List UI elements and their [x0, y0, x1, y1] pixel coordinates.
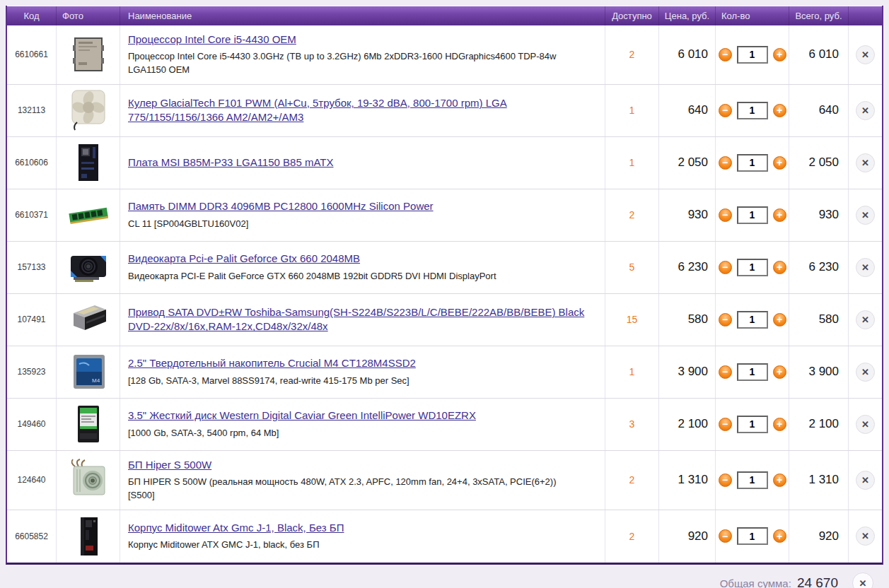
item-qty-cell: − + [716, 189, 789, 241]
item-price: 2 050 [659, 137, 716, 189]
qty-increase-button[interactable]: + [773, 418, 786, 431]
remove-item-button[interactable]: ✕ [856, 45, 875, 64]
product-photo-cooler[interactable] [65, 88, 112, 133]
remove-item-button[interactable]: ✕ [856, 527, 875, 546]
quantity-input[interactable] [737, 46, 768, 64]
qty-decrease-button[interactable]: − [719, 208, 732, 222]
quantity-input[interactable] [737, 206, 768, 224]
qty-decrease-button[interactable]: − [719, 418, 732, 431]
item-title-link[interactable]: Кулер GlacialTech F101 PWM (Al+Cu, 5труб… [128, 96, 585, 125]
item-code: 6610661 [7, 25, 57, 84]
quantity-input[interactable] [737, 416, 768, 433]
total-label: Общая сумма: [720, 577, 791, 588]
item-title-link[interactable]: Видеокарта Pci-e Palit Geforce Gtx 660 2… [128, 252, 360, 266]
cart-item-row: 135923 M4 2.5" Твердотельный накопитель … [7, 346, 882, 399]
clear-cart-button[interactable]: ✕ [852, 572, 873, 588]
remove-item-button[interactable]: ✕ [856, 206, 875, 225]
item-remove-cell: ✕ [849, 189, 882, 241]
column-header-photo: Фото [57, 6, 120, 25]
item-title-link[interactable]: Корпус Miditower Atx Gmc J-1, Black, Без… [128, 521, 344, 535]
item-total: 2 100 [789, 399, 849, 450]
item-code: 149460 [7, 399, 57, 450]
cart-item-row: 132113 Кулер GlacialTech F101 PWM (Al+Cu… [7, 85, 882, 137]
item-title-link[interactable]: 3.5" Жесткий диск Western Digital Caviar… [128, 408, 476, 423]
qty-increase-button[interactable]: + [773, 48, 786, 61]
product-photo-dvd[interactable] [65, 297, 112, 342]
item-name-cell: Корпус Miditower Atx Gmc J-1, Black, Без… [120, 510, 605, 563]
table-header-row: Код Фото Наименование Доступно Цена, руб… [7, 6, 882, 25]
qty-increase-button[interactable]: + [773, 104, 786, 117]
remove-item-button[interactable]: ✕ [856, 471, 875, 490]
quantity-input[interactable] [737, 363, 768, 381]
item-available: 2 [605, 189, 659, 241]
item-available: 1 [605, 85, 659, 136]
item-photo-cell [57, 399, 120, 450]
qty-increase-button[interactable]: + [773, 529, 786, 543]
qty-decrease-button[interactable]: − [719, 156, 732, 170]
item-available: 2 [605, 510, 659, 563]
remove-item-button[interactable]: ✕ [856, 363, 875, 382]
item-remove-cell: ✕ [849, 294, 882, 346]
item-name-cell: Память DIMM DDR3 4096MB PC12800 1600MHz … [120, 189, 605, 241]
quantity-input[interactable] [737, 154, 768, 172]
qty-decrease-button[interactable]: − [719, 48, 732, 61]
item-total: 580 [789, 294, 849, 346]
column-header-code: Код [7, 6, 57, 25]
item-available: 2 [605, 25, 659, 84]
qty-decrease-button[interactable]: − [719, 365, 732, 379]
item-qty-cell: − + [716, 451, 789, 510]
qty-decrease-button[interactable]: − [719, 104, 732, 117]
quantity-input[interactable] [737, 527, 768, 545]
cart-item-row: 6610371 Память DIMM DDR3 4096MB PC12800 … [7, 189, 882, 242]
product-photo-psu[interactable] [65, 457, 112, 502]
item-name-cell: Плата MSI B85M-P33 LGA1150 B85 mATX [120, 137, 605, 189]
qty-decrease-button[interactable]: − [719, 529, 732, 543]
product-photo-ssd[interactable]: M4 [65, 349, 112, 394]
item-qty-cell: − + [716, 294, 789, 346]
item-code: 6610606 [7, 137, 57, 189]
item-remove-cell: ✕ [849, 510, 882, 563]
item-title-link[interactable]: Плата MSI B85M-P33 LGA1150 B85 mATX [128, 155, 333, 170]
quantity-input[interactable] [737, 311, 768, 329]
item-title-link[interactable]: Процессор Intel Core i5-4430 OEM [128, 33, 296, 47]
product-photo-ram[interactable] [65, 192, 112, 237]
item-description: Видеокарта PCI-E Palit GeForce GTX 660 2… [128, 270, 496, 283]
remove-item-button[interactable]: ✕ [856, 310, 875, 329]
remove-item-button[interactable]: ✕ [856, 153, 875, 172]
quantity-input[interactable] [737, 471, 768, 489]
quantity-input[interactable] [737, 259, 768, 276]
cart-footer: Общая сумма: 24 670 ✕ [6, 565, 883, 588]
cart-item-row: 124640 БП Hiper S 500W БП HIPER S 500W (… [7, 451, 882, 510]
item-code: 107491 [7, 294, 57, 346]
qty-decrease-button[interactable]: − [719, 474, 732, 487]
qty-increase-button[interactable]: + [773, 474, 786, 487]
item-photo-cell: M4 [57, 346, 120, 398]
quantity-input[interactable] [737, 102, 768, 119]
item-code: 135923 [7, 346, 57, 398]
qty-increase-button[interactable]: + [773, 208, 786, 222]
qty-increase-button[interactable]: + [773, 156, 786, 170]
product-photo-hdd[interactable] [65, 401, 112, 447]
remove-item-button[interactable]: ✕ [856, 101, 875, 120]
qty-increase-button[interactable]: + [773, 313, 786, 327]
qty-increase-button[interactable]: + [773, 261, 786, 274]
item-title-link[interactable]: Память DIMM DDR3 4096MB PC12800 1600MHz … [128, 199, 434, 213]
item-qty-cell: − + [716, 25, 789, 84]
product-photo-cpu[interactable] [65, 32, 112, 77]
qty-decrease-button[interactable]: − [719, 261, 732, 274]
product-photo-motherboard[interactable] [65, 140, 112, 185]
qty-increase-button[interactable]: + [773, 365, 786, 379]
qty-decrease-button[interactable]: − [719, 313, 732, 327]
remove-item-button[interactable]: ✕ [856, 415, 875, 434]
column-header-total: Всего, руб. [789, 6, 849, 25]
cart-item-row: 6610606 Плата MSI B85M-P33 LGA1150 B85 m… [7, 137, 882, 189]
item-qty-cell: − + [716, 242, 789, 293]
item-title-link[interactable]: 2.5" Твердотельный накопитель Crucial M4… [128, 356, 416, 370]
product-photo-gpu[interactable] [65, 245, 112, 290]
product-photo-case[interactable] [65, 514, 112, 559]
remove-item-button[interactable]: ✕ [856, 258, 875, 277]
item-title-link[interactable]: Привод SATA DVD±RW Toshiba-Samsung(SH-S2… [128, 305, 585, 334]
item-title-link[interactable]: БП Hiper S 500W [128, 458, 211, 472]
cart-table: Код Фото Наименование Доступно Цена, руб… [6, 6, 883, 565]
column-header-price: Цена, руб. [659, 6, 716, 25]
